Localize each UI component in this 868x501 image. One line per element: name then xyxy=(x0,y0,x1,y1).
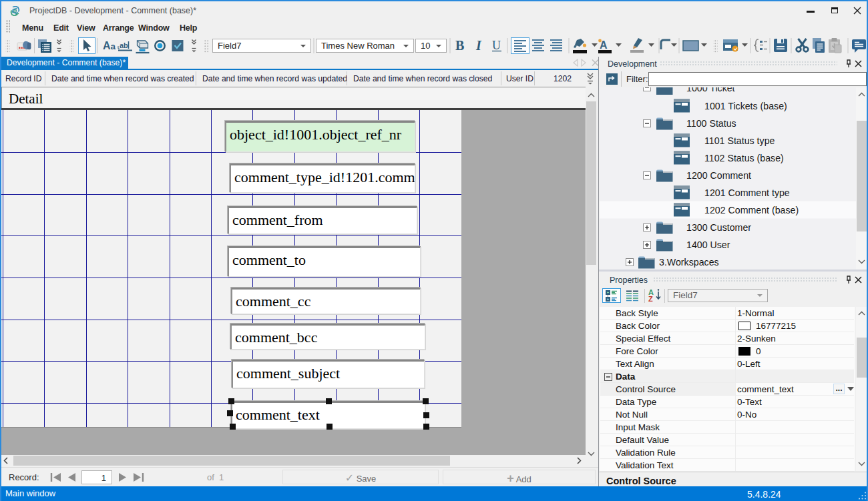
svg-text:1200 Comment: 1200 Comment xyxy=(686,170,751,181)
svg-text:1000 Ticket: 1000 Ticket xyxy=(686,87,735,93)
svg-text:1300 Customer: 1300 Customer xyxy=(686,222,751,233)
svg-text:1202 Comment (base): 1202 Comment (base) xyxy=(704,205,799,215)
svg-text:1001 Tickets (base): 1001 Tickets (base) xyxy=(704,101,787,111)
svg-text:1101 Status type: 1101 Status type xyxy=(704,135,775,146)
svg-text:B: B xyxy=(455,38,464,53)
svg-text:U: U xyxy=(492,39,501,52)
svg-text:1400 User: 1400 User xyxy=(686,239,730,250)
svg-text:3.Workspaces: 3.Workspaces xyxy=(659,257,719,268)
svg-text:Aa: Aa xyxy=(103,40,116,51)
svg-text:1100 Status: 1100 Status xyxy=(686,118,736,129)
svg-text:ab: ab xyxy=(120,41,128,49)
svg-text:I: I xyxy=(475,38,482,53)
svg-text:1201 Comment type: 1201 Comment type xyxy=(704,187,790,198)
svg-text:1102 Status (base): 1102 Status (base) xyxy=(704,153,784,163)
